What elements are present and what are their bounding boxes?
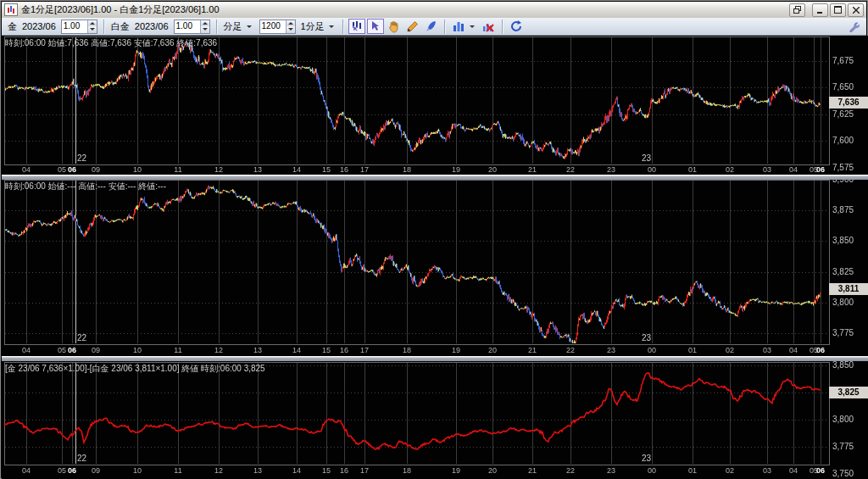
x-axis-hour-label[interactable]: 23 xyxy=(607,466,615,475)
gold-ratio-up[interactable] xyxy=(88,20,97,27)
x-axis-hour-label[interactable]: 10 xyxy=(133,165,142,174)
x-axis-hour-label[interactable]: 11 xyxy=(174,346,181,354)
x-axis-hour-label[interactable]: 20 xyxy=(488,466,497,475)
float-window-button[interactable] xyxy=(789,3,805,17)
x-axis-hour-label[interactable]: 16 xyxy=(340,466,348,475)
x-axis-hour-label[interactable]: 15 xyxy=(322,165,331,174)
platinum-ratio-input[interactable]: 1.00 xyxy=(174,19,210,34)
x-axis-hour-label[interactable]: 06 xyxy=(68,466,76,475)
refresh-button[interactable] xyxy=(508,19,525,34)
chart-type-dropdown-arrow[interactable] xyxy=(468,21,477,32)
bars-count-up[interactable] xyxy=(287,20,295,27)
x-axis-hour-label[interactable]: 14 xyxy=(292,165,301,174)
x-axis-hour-label[interactable]: 17 xyxy=(360,165,369,174)
x-axis-hour-label[interactable]: 06 xyxy=(816,466,825,475)
x-axis-hour-label[interactable]: 19 xyxy=(452,165,460,174)
panel-splitter-1[interactable] xyxy=(2,175,868,180)
x-axis-hour-label[interactable]: 16 xyxy=(340,165,348,174)
candle-select-tool-button[interactable] xyxy=(348,19,365,34)
x-axis-hour-label[interactable]: 23 xyxy=(607,346,615,354)
x-axis-hour-label[interactable]: 12 xyxy=(214,346,223,354)
x-axis-hour-label[interactable]: 12 xyxy=(214,466,223,475)
last-price-box[interactable]: 3,811 xyxy=(829,283,868,295)
x-axis-hour-label[interactable]: 03 xyxy=(763,346,771,354)
last-price-box[interactable]: 7,636 xyxy=(829,97,868,109)
x-axis-hour-label[interactable]: 19 xyxy=(452,466,460,475)
close-button[interactable] xyxy=(848,3,864,17)
x-axis-hour-label[interactable]: 11 xyxy=(174,466,181,475)
hand-pan-tool-button[interactable] xyxy=(386,19,403,34)
platinum-ratio-down[interactable] xyxy=(201,26,209,33)
x-axis-hour-label[interactable]: 15 xyxy=(322,346,331,354)
x-axis-hour-label[interactable]: 14 xyxy=(292,466,301,475)
x-axis-hour-label[interactable]: 18 xyxy=(403,165,411,174)
x-axis-hour-label[interactable]: 09 xyxy=(92,466,100,475)
x-axis-hour-label[interactable]: 03 xyxy=(763,165,771,174)
x-axis-hour-label[interactable]: 04 xyxy=(789,165,798,174)
maximize-button[interactable] xyxy=(830,3,846,17)
x-axis-hour-label[interactable]: 00 xyxy=(648,346,656,354)
x-axis-hour-label[interactable]: 05 xyxy=(58,346,66,354)
title-bar[interactable]: 金1分足[2023/06]1.00 - 白金1分足[2023/06]1.00 xyxy=(2,2,866,18)
period-dropdown-arrow[interactable] xyxy=(327,21,337,32)
interval-type-label[interactable]: 分足 xyxy=(224,20,242,33)
bars-count-down[interactable] xyxy=(287,26,295,33)
x-axis-hour-label[interactable]: 04 xyxy=(22,466,31,475)
x-axis-hour-label[interactable]: 04 xyxy=(789,466,798,475)
x-axis-hour-label[interactable]: 12 xyxy=(214,165,223,174)
bars-count-value[interactable]: 1200 xyxy=(260,20,286,33)
x-axis-hour-label[interactable]: 06 xyxy=(68,165,76,174)
x-axis-hour-label[interactable]: 22 xyxy=(566,346,575,354)
x-axis-hour-label[interactable]: 10 xyxy=(133,346,142,354)
x-axis-hour-label[interactable]: 20 xyxy=(488,346,497,354)
x-axis-hour-label[interactable]: 06 xyxy=(816,165,825,174)
arrow-select-tool-button[interactable] xyxy=(367,19,384,34)
x-axis-hour-label[interactable]: 03 xyxy=(763,466,771,475)
x-axis-hour-label[interactable]: 16 xyxy=(340,346,348,354)
remove-chart-button[interactable] xyxy=(481,19,498,34)
gold-ratio-down[interactable] xyxy=(88,26,97,33)
x-axis-hour-label[interactable]: 09 xyxy=(92,346,100,354)
gold-ratio-value[interactable]: 1.00 xyxy=(62,20,87,33)
x-axis-hour-label[interactable]: 04 xyxy=(22,165,31,174)
x-axis-hour-label[interactable]: 17 xyxy=(360,466,369,475)
x-axis-hour-label[interactable]: 18 xyxy=(403,466,411,475)
x-axis-hour-label[interactable]: 00 xyxy=(648,466,656,475)
minimize-button[interactable] xyxy=(812,3,828,17)
period-label[interactable]: 1分足 xyxy=(301,20,325,33)
x-axis-hour-label[interactable]: 05 xyxy=(58,466,66,475)
x-axis-hour-label[interactable]: 10 xyxy=(133,466,142,475)
x-axis-hour-label[interactable]: 02 xyxy=(726,346,734,354)
settings-wrench-icon[interactable] xyxy=(845,19,862,34)
x-axis-hour-label[interactable]: 22 xyxy=(566,165,575,174)
x-axis-hour-label[interactable]: 13 xyxy=(253,466,262,475)
x-axis-hour-label[interactable]: 05 xyxy=(58,165,66,174)
platinum-ratio-value[interactable]: 1.00 xyxy=(175,20,200,33)
x-axis-hour-label[interactable]: 02 xyxy=(726,466,734,475)
x-axis-hour-label[interactable]: 13 xyxy=(253,165,262,174)
x-axis-hour-label[interactable]: 02 xyxy=(726,165,734,174)
x-axis-hour-label[interactable]: 00 xyxy=(648,165,656,174)
x-axis-hour-label[interactable]: 15 xyxy=(322,466,331,475)
x-axis-hour-label[interactable]: 21 xyxy=(528,346,537,354)
x-axis-hour-label[interactable]: 01 xyxy=(688,165,697,174)
x-axis-hour-label[interactable]: 14 xyxy=(292,346,301,354)
last-price-box[interactable]: 3,825 xyxy=(829,387,868,398)
x-axis-hour-label[interactable]: 21 xyxy=(528,165,537,174)
x-axis-hour-label[interactable]: 06 xyxy=(816,346,825,354)
panel-splitter-2[interactable] xyxy=(2,356,868,361)
gold-ratio-input[interactable]: 1.00 xyxy=(61,19,97,34)
x-axis-hour-label[interactable]: 04 xyxy=(789,346,798,354)
x-axis-hour-label[interactable]: 20 xyxy=(488,165,497,174)
interval-dropdown-arrow[interactable] xyxy=(245,21,254,32)
x-axis-hour-label[interactable]: 01 xyxy=(688,466,697,475)
bars-count-input[interactable]: 1200 xyxy=(259,19,296,34)
x-axis-hour-label[interactable]: 13 xyxy=(253,346,262,354)
pencil-draw-tool-button[interactable] xyxy=(404,19,421,34)
x-axis-hour-label[interactable]: 22 xyxy=(566,466,575,475)
x-axis-hour-label[interactable]: 04 xyxy=(22,346,31,354)
chart-type-button[interactable] xyxy=(450,19,467,34)
platinum-ratio-up[interactable] xyxy=(201,20,209,27)
x-axis-hour-label[interactable]: 11 xyxy=(174,165,181,174)
x-axis-hour-label[interactable]: 21 xyxy=(528,466,537,475)
